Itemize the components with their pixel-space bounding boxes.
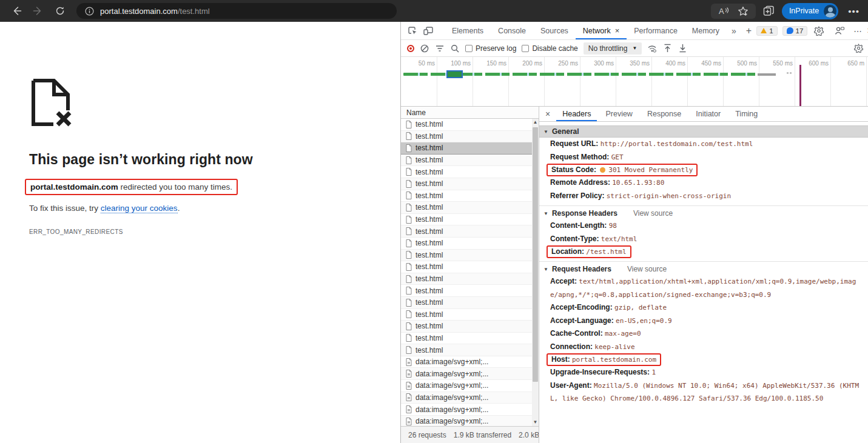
network-settings-button[interactable] bbox=[853, 44, 863, 53]
request-row[interactable]: test.html bbox=[401, 119, 539, 131]
request-row[interactable]: test.html bbox=[401, 131, 539, 143]
clear-cookies-link[interactable]: clearing your cookies bbox=[101, 204, 178, 213]
collapse-triangle-icon[interactable]: ▼ bbox=[543, 211, 548, 216]
collapse-triangle-icon[interactable]: ▼ bbox=[543, 267, 548, 272]
collections-icon[interactable] bbox=[763, 5, 775, 16]
header-item: Request URL: http://portal.testdomain.co… bbox=[539, 138, 868, 151]
disable-cache-checkbox[interactable]: Disable cache bbox=[522, 44, 577, 53]
export-har-button[interactable] bbox=[678, 44, 687, 53]
network-overview-timeline[interactable]: 50 ms100 ms150 ms200 ms250 ms300 ms350 m… bbox=[401, 57, 868, 107]
checkbox-icon bbox=[522, 45, 529, 52]
toolbar-group: A bbox=[711, 4, 756, 19]
document-file-icon bbox=[406, 144, 412, 152]
request-row[interactable]: test.html bbox=[401, 190, 539, 202]
detail-tab-timing[interactable]: Timing bbox=[729, 107, 764, 121]
request-row[interactable]: test.html bbox=[401, 155, 539, 167]
section-header[interactable]: ▼Response HeadersView source bbox=[539, 207, 868, 219]
header-key: Referrer Policy: bbox=[550, 192, 607, 200]
scroll-down-icon[interactable]: ▼ bbox=[532, 419, 539, 426]
refresh-button[interactable] bbox=[52, 3, 68, 19]
add-tool-button[interactable]: + bbox=[741, 25, 756, 36]
browser-menu-button[interactable]: ••• bbox=[846, 6, 862, 16]
detail-tab-preview[interactable]: Preview bbox=[599, 107, 638, 121]
favorites-icon[interactable] bbox=[738, 6, 749, 16]
close-detail-button[interactable]: × bbox=[545, 109, 550, 119]
view-source-link[interactable]: View source bbox=[627, 265, 667, 273]
warnings-badge[interactable]: 1 bbox=[756, 26, 777, 36]
request-row[interactable]: data:image/svg+xml;... bbox=[401, 380, 539, 392]
back-button[interactable] bbox=[8, 3, 24, 19]
devtools-more-button[interactable]: ⋯ bbox=[853, 26, 862, 36]
header-item: User-Agent: Mozilla/5.0 (Windows NT 10.0… bbox=[539, 379, 868, 405]
search-button[interactable] bbox=[450, 44, 460, 53]
request-row[interactable]: test.html bbox=[401, 178, 539, 190]
address-bar[interactable]: portal.testdomain.com/test.html bbox=[76, 3, 397, 19]
devtools-settings-button[interactable] bbox=[812, 25, 826, 37]
filter-icon bbox=[436, 45, 444, 52]
request-row[interactable]: data:image/svg+xml;... bbox=[401, 356, 539, 368]
request-row[interactable]: test.html bbox=[401, 202, 539, 214]
scrollbar-thumb[interactable] bbox=[533, 127, 538, 382]
record-network-log-button[interactable] bbox=[407, 45, 414, 52]
collapse-triangle-icon[interactable]: ▼ bbox=[543, 129, 548, 135]
network-conditions-button[interactable] bbox=[647, 44, 657, 53]
request-row[interactable]: data:image/svg+xml;... bbox=[401, 368, 539, 380]
section-header[interactable]: ▼Request HeadersView source bbox=[539, 263, 868, 275]
request-row[interactable]: data:image/svg+xml;... bbox=[401, 404, 539, 416]
header-key: Location: bbox=[551, 247, 586, 256]
header-value: portal.testdomain.com bbox=[572, 356, 656, 364]
request-list-scrollbar[interactable]: ▲ ▼ bbox=[532, 119, 539, 426]
tab-elements[interactable]: Elements bbox=[445, 22, 491, 39]
request-row[interactable]: test.html bbox=[401, 321, 539, 333]
more-tabs-button[interactable]: » bbox=[727, 26, 741, 36]
request-name: test.html bbox=[415, 132, 443, 141]
request-row[interactable]: test.html bbox=[401, 238, 539, 250]
import-har-button[interactable] bbox=[662, 44, 672, 53]
request-row[interactable]: test.html bbox=[401, 273, 539, 285]
tab-performance[interactable]: Performance bbox=[627, 22, 685, 39]
clear-network-log-button[interactable] bbox=[420, 44, 429, 53]
document-file-icon bbox=[406, 287, 412, 295]
request-row[interactable]: test.html bbox=[401, 214, 539, 226]
request-row[interactable]: test.html bbox=[401, 309, 539, 321]
throttling-dropdown[interactable]: No throttling▼ bbox=[584, 42, 642, 55]
section-header[interactable]: ▼General bbox=[539, 125, 868, 138]
close-tool-icon[interactable]: × bbox=[615, 26, 620, 35]
tab-network[interactable]: Network× bbox=[576, 22, 627, 39]
filter-button[interactable] bbox=[435, 44, 445, 53]
header-key: Request URL: bbox=[550, 139, 601, 148]
request-row[interactable]: test.html bbox=[401, 225, 539, 238]
request-row[interactable]: data:image/svg+xml;... bbox=[401, 392, 539, 404]
request-row[interactable]: test.html bbox=[401, 142, 539, 155]
request-row[interactable]: test.html bbox=[401, 285, 539, 297]
request-row[interactable]: test.html bbox=[401, 297, 539, 309]
detail-tab-headers[interactable]: Headers bbox=[556, 107, 597, 121]
forward-button[interactable] bbox=[30, 3, 46, 19]
request-row[interactable]: data:image/svg+xml;... bbox=[401, 416, 539, 426]
tab-console[interactable]: Console bbox=[491, 22, 533, 39]
scroll-up-icon[interactable]: ▲ bbox=[532, 119, 539, 126]
header-key: Remote Address: bbox=[550, 178, 612, 187]
view-source-link[interactable]: View source bbox=[633, 209, 673, 218]
request-row[interactable]: test.html bbox=[401, 333, 539, 345]
name-column-header[interactable]: Name bbox=[401, 107, 539, 119]
document-file-icon bbox=[406, 346, 412, 354]
tab-sources[interactable]: Sources bbox=[533, 22, 576, 39]
tab-memory[interactable]: Memory bbox=[685, 22, 727, 39]
request-name: test.html bbox=[415, 298, 443, 307]
request-row[interactable]: test.html bbox=[401, 250, 539, 262]
request-row[interactable]: test.html bbox=[401, 344, 539, 356]
preserve-log-checkbox[interactable]: Preserve log bbox=[465, 44, 516, 53]
issues-badge[interactable]: 17 bbox=[782, 26, 808, 36]
feedback-button[interactable] bbox=[833, 25, 846, 37]
header-value: gzip, deflate bbox=[614, 304, 667, 311]
detail-tab-initiator[interactable]: Initiator bbox=[690, 107, 727, 121]
inprivate-badge[interactable]: InPrivate bbox=[782, 3, 838, 19]
request-name: data:image/svg+xml;... bbox=[415, 358, 488, 366]
read-aloud-icon[interactable]: A bbox=[718, 6, 729, 16]
detail-tab-response[interactable]: Response bbox=[641, 107, 687, 121]
device-toolbar-button[interactable] bbox=[422, 25, 435, 37]
inspect-element-button[interactable] bbox=[406, 25, 419, 37]
request-row[interactable]: test.html bbox=[401, 166, 539, 178]
request-row[interactable]: test.html bbox=[401, 261, 539, 273]
